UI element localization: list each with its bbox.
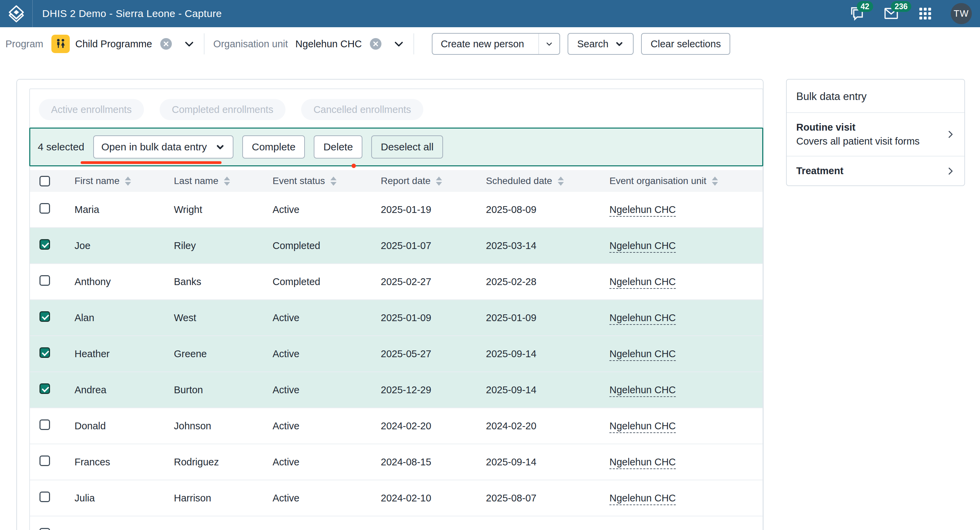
sort-icon[interactable] [558,176,564,186]
app-header: DHIS 2 Demo - Sierra Leone - Capture 42 … [0,0,980,27]
cell-event-status: Completed [272,276,381,287]
cell-report-date: 2025-02-27 [381,276,486,287]
org-unit-link[interactable]: Ngelehun CHC [609,276,676,289]
sort-icon[interactable] [436,176,442,186]
cell-scheduled-date: 2025-08-09 [486,204,609,215]
cell-last-name: Harrison [174,493,272,504]
sort-icon[interactable] [125,176,131,186]
orgunit-value[interactable]: Ngelehun CHC [295,38,362,50]
sort-icon[interactable] [712,176,718,186]
cell-first-name: Frances [75,457,174,468]
tab-cancelled-enrollments[interactable]: Cancelled enrollments [301,99,423,120]
cell-org-unit: Ngelehun CHC [609,457,762,468]
select-all-checkbox[interactable] [40,176,50,186]
table-row: FrancesRodriguezActive2024-08-152025-09-… [30,444,762,480]
panel-item-routine-visit[interactable]: Routine visit Covers all patient visit f… [787,112,964,156]
cell-report-date: 2024-02-10 [381,493,486,504]
cell-event-status: Active [272,312,381,324]
column-header-report-date[interactable]: Report date [381,176,486,186]
chevron-right-icon [945,129,956,140]
column-header-event-status[interactable]: Event status [272,176,381,186]
tab-active-enrollments[interactable]: Active enrollments [39,99,144,120]
cell-report-date: 2025-01-07 [381,240,486,251]
cell-org-unit: Ngelehun CHC [609,312,762,324]
cell-report-date: 2025-05-27 [381,348,486,360]
interpretations-button[interactable]: 42 [849,5,865,22]
cell-first-name: Maria [75,204,174,215]
cell-first-name: Joe [75,240,174,251]
sort-icon[interactable] [331,176,337,186]
org-unit-link[interactable]: Ngelehun CHC [609,384,676,397]
tab-completed-enrollments[interactable]: Completed enrollments [159,99,285,120]
user-avatar[interactable]: TW [951,3,972,24]
create-new-person-dropdown-toggle[interactable] [538,34,559,54]
chevron-down-icon [614,39,624,49]
header-actions: 42 236 TW [849,3,980,24]
row-checkbox[interactable] [40,275,50,286]
working-list-card: Active enrollments Completed enrollments… [16,79,764,530]
row-checkbox[interactable] [40,348,50,358]
cell-last-name: Rodriguez [174,457,272,468]
table-row: AndreaBurtonActive2025-12-292025-09-14Ng… [30,372,762,408]
panel-item-treatment[interactable]: Treatment [787,156,964,186]
table-row-partial [30,516,762,530]
row-checkbox[interactable] [40,239,50,250]
row-checkbox[interactable] [40,203,50,214]
panel-item-title: Routine visit [796,122,945,133]
cell-first-name: Donald [75,421,174,432]
orgunit-chevron-down-icon[interactable] [393,38,404,50]
column-header-org-unit[interactable]: Event organisation unit [609,176,762,186]
row-checkbox[interactable] [40,311,50,322]
dhis2-logo[interactable] [0,0,33,27]
cell-last-name: Riley [174,240,272,251]
row-checkbox[interactable] [40,383,50,394]
org-unit-link[interactable]: Ngelehun CHC [609,204,676,217]
cell-report-date: 2024-02-20 [381,421,486,432]
search-button[interactable]: Search [568,33,633,55]
column-header-scheduled-date[interactable]: Scheduled date [486,176,609,186]
column-header-first-name[interactable]: First name [75,176,174,186]
sort-icon[interactable] [224,176,230,186]
row-checkbox[interactable] [40,528,50,530]
org-unit-link[interactable]: Ngelehun CHC [609,421,676,433]
org-unit-link[interactable]: Ngelehun CHC [609,457,676,469]
org-unit-link[interactable]: Ngelehun CHC [609,312,676,325]
org-unit-link[interactable]: Ngelehun CHC [609,240,676,253]
program-value[interactable]: Child Programme [75,38,152,50]
org-unit-link[interactable]: Ngelehun CHC [609,348,676,361]
cell-last-name: Wright [174,204,272,215]
bulk-data-entry-panel: Bulk data entry Routine visit Covers all… [786,79,965,186]
cell-org-unit: Ngelehun CHC [609,493,762,504]
complete-label: Complete [252,141,295,153]
clear-orgunit-icon[interactable] [370,38,382,50]
children-icon [54,38,67,50]
create-new-person-button[interactable]: Create new person [433,34,532,54]
row-checkbox[interactable] [40,492,50,502]
bulk-data-entry-dropdown[interactable]: Open in bulk data entry [93,135,234,159]
row-checkbox[interactable] [40,419,50,430]
cell-scheduled-date: 2025-09-14 [486,348,609,360]
cell-scheduled-date: 2025-09-14 [486,384,609,396]
cell-event-status: Active [272,204,381,215]
delete-button[interactable]: Delete [314,135,363,159]
enrollment-list-widget: Active enrollments Completed enrollments… [29,89,763,530]
column-header-last-name[interactable]: Last name [174,176,272,186]
cell-org-unit: Ngelehun CHC [609,384,762,396]
annotation-red-dot [352,163,356,168]
apps-menu-button[interactable] [917,6,933,21]
apps-grid-icon [917,6,933,21]
complete-button[interactable]: Complete [242,135,305,159]
cell-first-name: Andrea [75,384,174,396]
org-unit-link[interactable]: Ngelehun CHC [609,493,676,505]
deselect-all-button[interactable]: Deselect all [371,135,443,159]
row-checkbox[interactable] [40,455,50,466]
cell-org-unit: Ngelehun CHC [609,276,762,287]
clear-selections-button[interactable]: Clear selections [641,33,730,55]
enrollment-tabs: Active enrollments Completed enrollments… [30,89,762,120]
cell-event-status: Active [272,384,381,396]
clear-program-icon[interactable] [160,38,172,50]
program-chevron-down-icon[interactable] [183,38,195,50]
messages-button[interactable]: 236 [883,5,900,22]
cell-org-unit: Ngelehun CHC [609,204,762,215]
cell-first-name: Heather [75,348,174,360]
